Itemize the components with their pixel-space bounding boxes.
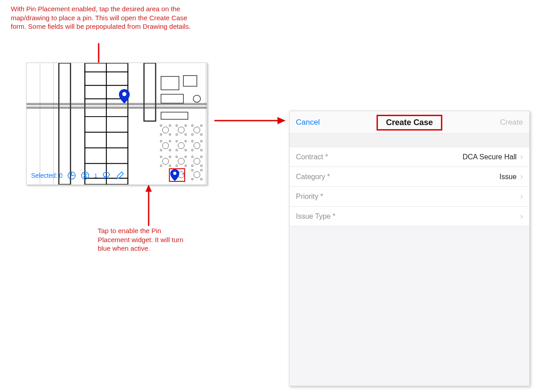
create-case-form: Cancel Create Case Create Contract * DCA… (289, 111, 530, 386)
circle-x-icon[interactable] (81, 171, 90, 180)
row-value: › (517, 192, 523, 201)
row-contract[interactable]: Contract * DCA Secure Hall › (290, 147, 529, 167)
row-label: Contract * (296, 153, 328, 161)
pencil-icon[interactable] (115, 171, 124, 180)
svg-point-87 (103, 172, 109, 177)
pin-plus-indicator: + (182, 171, 185, 177)
row-issue-type[interactable]: Issue Type * › (290, 207, 529, 226)
svg-point-80 (123, 92, 127, 96)
arrow-right-to-form (214, 115, 286, 126)
svg-marker-3 (277, 117, 286, 124)
row-value-text: DCA Secure Hall (463, 153, 517, 161)
form-spacer (290, 134, 529, 147)
create-button[interactable]: Create (500, 118, 523, 127)
row-label: Priority * (296, 193, 323, 201)
highlight-box-title: Create Case (377, 115, 442, 131)
chevron-right-icon: › (520, 152, 523, 162)
map-drawing-panel: Selected: 0 1 + (26, 63, 207, 185)
row-value: › (517, 212, 523, 221)
svg-point-88 (173, 172, 177, 175)
arc-icon[interactable] (67, 171, 76, 180)
annotation-bottom: Tap to enable the Pin Placement widget. … (98, 226, 188, 253)
form-header: Cancel Create Case Create (290, 111, 529, 134)
arrow-up-to-widget (144, 185, 153, 226)
row-value: Issue › (500, 172, 523, 181)
row-value-text: Issue (500, 173, 517, 181)
row-label: Category * (296, 173, 330, 181)
annotation-top: With Pin Placement enabled, tap the desi… (11, 5, 195, 31)
svg-marker-5 (145, 185, 152, 192)
floorplan-canvas[interactable] (27, 63, 207, 185)
chevron-right-icon: › (520, 172, 523, 181)
row-category[interactable]: Category * Issue › (290, 167, 529, 187)
chevron-right-icon: › (520, 212, 523, 221)
form-rows: Contract * DCA Secure Hall › Category * … (290, 147, 529, 226)
placed-pin-icon[interactable] (119, 89, 130, 104)
toolbar-count: 1 (94, 172, 97, 179)
chevron-right-icon: › (520, 192, 523, 201)
row-value: DCA Secure Hall › (463, 152, 523, 162)
row-priority[interactable]: Priority * › (290, 187, 529, 207)
row-label: Issue Type * (296, 212, 336, 221)
selected-count-label: Selected: 0 (31, 172, 63, 179)
cancel-button[interactable]: Cancel (296, 118, 320, 127)
lasso-icon[interactable] (102, 171, 111, 180)
form-title: Create Case (386, 118, 433, 127)
map-toolbar: Selected: 0 1 (31, 171, 124, 180)
pin-placement-widget[interactable] (170, 169, 180, 181)
